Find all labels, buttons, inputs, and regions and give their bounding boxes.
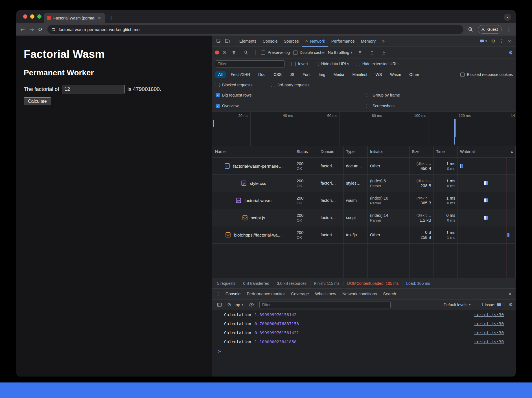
- column-header-type[interactable]: Type: [344, 146, 368, 158]
- log-levels-select[interactable]: Default levels ▾: [444, 303, 470, 307]
- chip-other[interactable]: Other: [406, 71, 422, 78]
- devtools-settings-gear-icon[interactable]: ⚙: [489, 38, 497, 44]
- drawer-menu-icon[interactable]: ⋮: [214, 291, 222, 297]
- drawer-tab-search[interactable]: Search: [380, 288, 399, 299]
- calculate-button[interactable]: Calculate: [24, 97, 51, 105]
- browser-tab[interactable]: ! Factorial Wasm (permanent W ×: [44, 13, 105, 23]
- overview-checkbox[interactable]: ✓ Overview: [216, 104, 366, 108]
- tab-search-chevron-icon[interactable]: ▾: [504, 14, 511, 21]
- tab-memory[interactable]: Memory: [358, 36, 379, 47]
- issues-counter[interactable]: 1 Issue: 1: [481, 303, 505, 307]
- column-header-time[interactable]: Time: [434, 146, 458, 158]
- chip-wasm[interactable]: Wasm: [387, 71, 404, 78]
- source-link[interactable]: script.js:30: [474, 312, 504, 317]
- network-settings-gear-icon[interactable]: ⚙: [509, 50, 513, 55]
- search-icon[interactable]: [242, 50, 250, 55]
- network-request-row[interactable]: script.js 200OK factori… script (index):…: [212, 209, 516, 226]
- network-overview-timeline[interactable]: 20 ms 40 ms 60 ms 80 ms 100 ms 120 ms 14: [212, 111, 516, 146]
- chip-manifest[interactable]: Manifest: [349, 71, 371, 78]
- big-request-rows-checkbox[interactable]: ✓ Big request rows: [216, 93, 366, 97]
- initiator-link[interactable]: (index):5: [370, 179, 407, 183]
- network-request-row[interactable]: style.css 200OK factori… styles… (index)…: [212, 175, 516, 192]
- console-settings-gear-icon[interactable]: ⚙: [509, 302, 513, 307]
- chip-img[interactable]: Img: [316, 71, 328, 78]
- clear-icon[interactable]: ⊘: [222, 50, 226, 55]
- chip-all[interactable]: All: [215, 71, 226, 78]
- source-link[interactable]: script.js:30: [474, 322, 504, 326]
- third-party-requests-checkbox[interactable]: 3rd-party requests: [271, 83, 310, 87]
- chip-media[interactable]: Media: [330, 71, 347, 78]
- maximize-window-button[interactable]: [37, 14, 41, 19]
- devtools-close-icon[interactable]: ×: [506, 38, 513, 44]
- chip-fetch-xhr[interactable]: Fetch/XHR: [228, 71, 253, 78]
- more-tabs-icon[interactable]: »: [379, 36, 388, 47]
- group-by-frame-checkbox[interactable]: Group by frame: [366, 93, 400, 97]
- source-link[interactable]: script.js:30: [474, 331, 504, 335]
- hide-data-urls-checkbox[interactable]: Hide data URLs: [315, 62, 349, 66]
- back-icon[interactable]: ←: [20, 27, 25, 32]
- chip-css[interactable]: CSS: [270, 71, 285, 78]
- factorial-input[interactable]: [62, 85, 125, 93]
- drawer-tab-coverage[interactable]: Coverage: [288, 288, 312, 299]
- issues-indicator[interactable]: 1: [478, 39, 489, 43]
- column-header-waterfall[interactable]: Waterfall ▲: [458, 146, 516, 158]
- hide-extension-urls-checkbox[interactable]: Hide extension URLs: [356, 62, 400, 66]
- preserve-log-checkbox[interactable]: Preserve log: [261, 50, 290, 55]
- console-sidebar-icon[interactable]: [215, 302, 224, 307]
- column-header-initiator[interactable]: Initiator: [368, 146, 410, 158]
- initiator-link[interactable]: (index):10: [370, 196, 407, 200]
- forward-icon[interactable]: →: [29, 27, 34, 32]
- screenshots-checkbox[interactable]: Screenshots: [366, 104, 395, 108]
- new-tab-button[interactable]: +: [108, 15, 113, 21]
- browser-menu-icon[interactable]: ⋮: [506, 27, 512, 32]
- console-prompt[interactable]: >: [212, 346, 516, 354]
- invert-checkbox[interactable]: Invert: [292, 62, 308, 66]
- tab-performance[interactable]: Performance: [328, 36, 358, 47]
- column-header-name[interactable]: Name: [212, 146, 294, 158]
- tab-console-panel[interactable]: Console: [259, 36, 281, 47]
- blocked-requests-checkbox[interactable]: Blocked requests: [216, 83, 271, 87]
- profile-button[interactable]: Guest: [478, 25, 502, 34]
- context-select[interactable]: top ▾: [235, 303, 243, 307]
- tab-elements[interactable]: Elements: [236, 36, 259, 47]
- chip-ws[interactable]: WS: [373, 71, 385, 78]
- column-header-status[interactable]: Status: [294, 146, 318, 158]
- zoom-icon[interactable]: [468, 27, 473, 32]
- site-settings-icon[interactable]: [51, 27, 56, 32]
- inspect-icon[interactable]: [214, 39, 223, 43]
- disable-cache-checkbox[interactable]: Disable cache: [293, 50, 325, 55]
- devtools-menu-icon[interactable]: ⋮: [497, 38, 506, 44]
- drawer-tab-network-conditions[interactable]: Network conditions: [339, 288, 380, 299]
- drawer-tab-performance-monitor[interactable]: Performance monitor: [244, 288, 288, 299]
- network-conditions-icon[interactable]: [356, 51, 364, 55]
- tab-sources[interactable]: Sources: [281, 36, 302, 47]
- filter-funnel-icon[interactable]: [230, 51, 238, 55]
- console-clear-icon[interactable]: ⊘: [227, 302, 231, 307]
- export-har-icon[interactable]: [380, 50, 388, 55]
- initiator-link[interactable]: (index):14: [370, 213, 407, 218]
- tab-network[interactable]: ⚠ Network: [302, 36, 328, 47]
- chip-js[interactable]: JS: [287, 71, 297, 78]
- column-header-size[interactable]: Size: [410, 146, 434, 158]
- network-request-row[interactable]: blob:https://factorial-wa… 200OK factori…: [212, 226, 516, 244]
- console-filter-input[interactable]: [259, 301, 391, 308]
- address-bar[interactable]: factorial-wasm-permanent-worker.glitch.m…: [47, 25, 463, 34]
- import-har-icon[interactable]: [368, 50, 376, 55]
- reload-icon[interactable]: ⟳: [38, 27, 43, 32]
- column-header-domain[interactable]: Domain: [318, 146, 344, 158]
- device-toolbar-icon[interactable]: [223, 39, 232, 43]
- chip-font[interactable]: Font: [299, 71, 314, 78]
- drawer-tab-whats-new[interactable]: What's new: [312, 288, 339, 299]
- source-link[interactable]: script.js:30: [474, 340, 504, 344]
- drawer-close-icon[interactable]: ×: [506, 291, 514, 297]
- network-request-row[interactable]: factorial-wasm-permane… 200OK factori… d…: [212, 158, 516, 175]
- minimize-window-button[interactable]: [30, 14, 34, 19]
- network-request-row[interactable]: WA factorial.wasm 200OK factori… wasm (i…: [212, 192, 516, 209]
- network-filter-input[interactable]: [215, 60, 285, 67]
- tab-close-icon[interactable]: ×: [97, 16, 102, 21]
- chip-doc[interactable]: Doc: [255, 71, 268, 78]
- drawer-tab-console[interactable]: Console: [222, 288, 244, 299]
- blocked-response-cookies-checkbox[interactable]: Blocked response cookies: [460, 72, 513, 77]
- eye-icon[interactable]: [247, 303, 256, 307]
- close-window-button[interactable]: [23, 14, 27, 19]
